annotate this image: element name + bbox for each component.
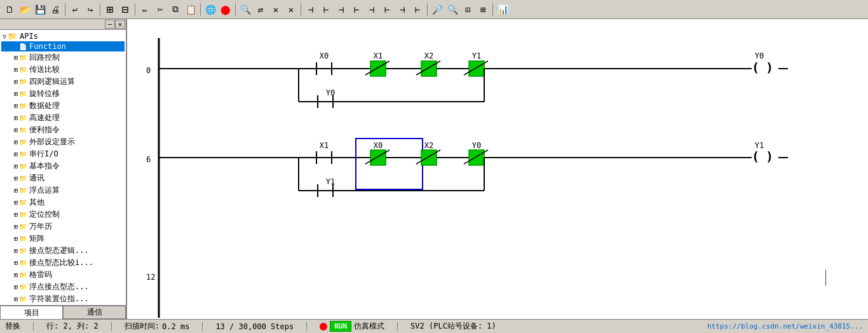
rotate-expand[interactable]: ⊞ — [14, 90, 18, 97]
sidebar-item-external-set[interactable]: ⊞ 📁 外部设定显示 — [1, 136, 125, 148]
sidebar-item-basic-inst[interactable]: ⊞ 📁 基本指令 — [1, 160, 125, 172]
save-icon[interactable]: 💾 — [33, 3, 47, 17]
ext-expand[interactable]: ⊞ — [14, 139, 18, 146]
mat-expand[interactable]: ⊞ — [14, 235, 18, 242]
rung6-y0-contact[interactable] — [469, 150, 484, 165]
rung0-x2-label: X2 — [424, 51, 433, 60]
ladder-icon5[interactable]: ⊣ — [365, 3, 379, 17]
rung0-x2-contact[interactable] — [421, 61, 437, 76]
sidebar-item-other[interactable]: ⊞ 📁 其他 — [1, 196, 125, 208]
ladder-icon8[interactable]: ⊢ — [410, 3, 424, 17]
other-expand[interactable]: ⊞ — [14, 199, 18, 206]
grid-icon[interactable]: ⊞ — [103, 3, 117, 17]
ladder-icon7[interactable]: ⊣ — [395, 3, 409, 17]
cc-expand[interactable]: ⊞ — [14, 259, 18, 266]
ladder-icon2[interactable]: ⊢ — [319, 3, 333, 17]
rung6-x2-contact[interactable] — [421, 150, 437, 165]
gc-expand[interactable]: ⊞ — [14, 271, 18, 278]
tree-area[interactable]: ▽ 📁 APIs + 📄 Function ⊞ 📁 回路控制 ⊞ 📁 传送比较 — [0, 30, 126, 305]
zoom-out-icon[interactable]: 🔍 — [445, 3, 459, 17]
cl-expand[interactable]: ⊞ — [14, 247, 18, 254]
monitor-icon[interactable]: 📊 — [496, 3, 510, 17]
edit-icon[interactable]: ✏ — [138, 3, 152, 17]
replace-icon[interactable]: ⇄ — [254, 3, 268, 17]
sidebar-item-four-op[interactable]: ⊞ 📁 四则逻辑运算 — [1, 76, 125, 88]
rung-12-number: 12 — [146, 273, 155, 282]
undo-icon[interactable]: ↩ — [68, 3, 82, 17]
fc-expand[interactable]: ⊞ — [14, 283, 18, 290]
new-icon[interactable]: 🗋 — [3, 3, 17, 17]
float-expand[interactable]: ⊞ — [14, 187, 18, 194]
serial-expand[interactable]: ⊞ — [14, 151, 18, 158]
sidebar-item-matrix[interactable]: ⊞ 📁 矩阵 — [1, 233, 125, 245]
ladder-icon4[interactable]: ⊢ — [349, 3, 363, 17]
sidebar-item-contact-logic[interactable]: ⊞ 📁 接点型态逻辑... — [1, 245, 125, 257]
highspeed-expand[interactable]: ⊞ — [14, 114, 18, 121]
sidebar-item-rotate-shift[interactable]: ⊞ 📁 旋转位移 — [1, 88, 125, 100]
minimize-btn[interactable]: ─ — [105, 20, 115, 29]
print-icon[interactable]: 🖨 — [48, 3, 62, 17]
ladder-icon6[interactable]: ⊢ — [380, 3, 394, 17]
canvas-scroll[interactable]: 0 X0 X1 X2 — [127, 19, 868, 319]
sidebar-item-contact-compare[interactable]: ⊞ 📁 接点型态比较i... — [1, 257, 125, 269]
paste-icon[interactable]: 📋 — [184, 3, 198, 17]
sidebar-item-calendar[interactable]: ⊞ 📁 万年历 — [1, 221, 125, 233]
transfer-expand[interactable]: ⊞ — [14, 66, 18, 73]
ladder-svg[interactable]: 0 X0 X1 X2 — [140, 25, 826, 319]
fourop-expand[interactable]: ⊞ — [14, 78, 18, 85]
sidebar-item-high-speed[interactable]: ⊞ 📁 高速处理 — [1, 112, 125, 124]
sidebar-item-comm[interactable]: ⊞ 📁 通讯 — [1, 172, 125, 184]
rung6-y1-parallel-label: Y1 — [326, 177, 335, 186]
tab-comm[interactable]: 通信 — [63, 306, 126, 319]
sidebar-header: ─ × — [0, 19, 126, 30]
basic-expand[interactable]: ⊞ — [14, 163, 18, 170]
pos-expand[interactable]: ⊞ — [14, 211, 18, 218]
circle-icon[interactable]: ⬤ — [219, 3, 233, 17]
copy-icon[interactable]: ⧉ — [168, 3, 182, 17]
status-scantime: 扫描时间: 0.2 ms — [125, 321, 190, 332]
comm-expand[interactable]: ⊞ — [14, 175, 18, 182]
sidebar-item-circuit-control[interactable]: ⊞ 📁 回路控制 — [1, 51, 125, 64]
rung6-x2-label: X2 — [424, 141, 433, 150]
cross2-icon[interactable]: ✕ — [284, 3, 298, 17]
sidebar-tabs: 项目 通信 — [0, 305, 126, 319]
rung6-x0-contact[interactable] — [370, 150, 386, 165]
ladder-icon3[interactable]: ⊣ — [334, 3, 348, 17]
sidebar-item-float-op[interactable]: ⊞ 📁 浮点运算 — [1, 184, 125, 196]
tab-project[interactable]: 项目 — [0, 306, 63, 319]
tab-project-label: 项目 — [24, 308, 39, 318]
cal-expand[interactable]: ⊞ — [14, 223, 18, 230]
zoom-icon[interactable]: ⊞ — [476, 3, 490, 17]
close-btn[interactable]: × — [115, 20, 125, 29]
sidebar-item-convenient[interactable]: ⊞ 📁 便利指令 — [1, 124, 125, 136]
rung0-x1-contact[interactable] — [370, 61, 386, 76]
cut-icon[interactable]: ✂ — [153, 3, 167, 17]
sidebar-item-serial-io[interactable]: ⊞ 📁 串行I/O — [1, 148, 125, 160]
table-icon[interactable]: ⊟ — [118, 3, 132, 17]
cross1-icon[interactable]: ✕ — [269, 3, 283, 17]
root-expand-icon[interactable]: ▽ — [3, 33, 6, 40]
separator-2 — [100, 3, 100, 16]
sidebar-item-char-pos[interactable]: ⊞ 📁 字符装置位指... — [1, 293, 125, 305]
tree-root-label: APIs — [20, 32, 38, 41]
data-expand[interactable]: ⊞ — [14, 102, 18, 109]
ladder-icon1[interactable]: ⊣ — [304, 3, 318, 17]
sidebar-item-float-contact[interactable]: ⊞ 📁 浮点接点型态... — [1, 281, 125, 293]
search-icon[interactable]: 🔍 — [238, 3, 252, 17]
cp-expand[interactable]: ⊞ — [14, 296, 18, 302]
sidebar-item-position-ctrl[interactable]: ⊞ 📁 定位控制 — [1, 208, 125, 221]
globe-icon[interactable]: 🌐 — [203, 3, 217, 17]
zoom-in-icon[interactable]: 🔎 — [430, 3, 444, 17]
redo-icon[interactable]: ↪ — [83, 3, 97, 17]
conv-expand[interactable]: ⊞ — [14, 126, 18, 133]
canvas-area[interactable]: 0 X0 X1 X2 — [127, 19, 868, 319]
sidebar-item-data-process[interactable]: ⊞ 📁 数据处理 — [1, 100, 125, 112]
open-icon[interactable]: 📂 — [18, 3, 32, 17]
rung0-y1-contact[interactable] — [469, 61, 484, 76]
circuit-expand[interactable]: ⊞ — [14, 54, 18, 61]
sidebar-item-function[interactable]: + 📄 Function — [1, 41, 125, 51]
sidebar-item-gray-code[interactable]: ⊞ 📁 格雷码 — [1, 269, 125, 281]
sidebar-item-transfer-compare[interactable]: ⊞ 📁 传送比较 — [1, 64, 125, 76]
status-position-label: 行: 2, 列: 2 — [46, 321, 98, 332]
zoom-fit-icon[interactable]: ⊡ — [461, 3, 475, 17]
